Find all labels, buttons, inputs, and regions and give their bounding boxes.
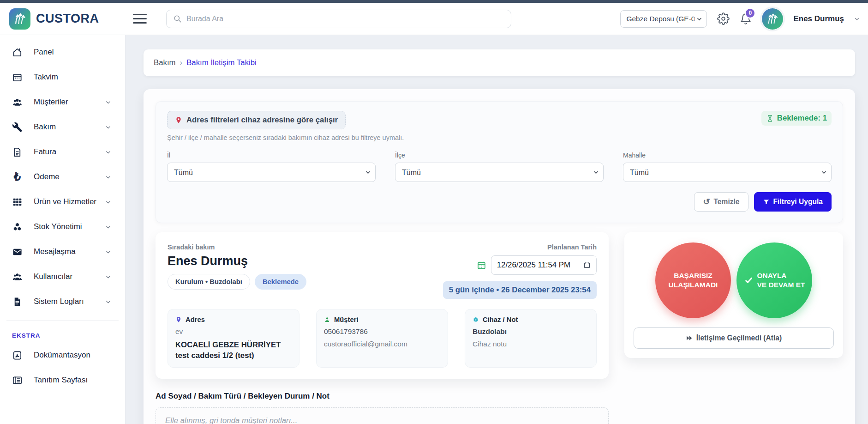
user-menu-chevron-icon[interactable] — [854, 16, 860, 22]
newspaper-icon — [12, 375, 23, 386]
sidebar-item-label: Panel — [34, 48, 54, 57]
chevron-down-icon — [105, 99, 111, 105]
field-label-il: İl — [167, 151, 376, 159]
sidebar-item-stok-yonetimi[interactable]: Stok Yönetimi — [0, 214, 125, 239]
sidebar-item-bakim[interactable]: Bakım — [0, 115, 125, 139]
breadcrumb-current: Bakım İletişim Takibi — [186, 58, 257, 67]
planned-datetime-value: 12/26/2025 11:54 PM — [497, 260, 570, 270]
sidebar-item-odeme[interactable]: ₺ Ödeme — [0, 164, 125, 189]
sidebar-item-label: Kullanıcılar — [34, 272, 72, 281]
wrench-icon — [12, 122, 23, 133]
sidebar-item-fatura[interactable]: Fatura — [0, 139, 125, 164]
chevron-down-icon — [105, 174, 111, 180]
brand-name: CUSTORA — [36, 12, 99, 26]
person-icon — [324, 316, 330, 323]
sidebar-item-takvim[interactable]: Takvim — [0, 65, 125, 90]
sidebar-item-mesajlasma[interactable]: Mesajlaşma — [0, 239, 125, 264]
chevron-down-icon — [105, 274, 111, 280]
search-input[interactable] — [186, 15, 504, 23]
status-badge: Beklemede — [255, 274, 306, 290]
planned-date-label: Planlanan Tarih — [547, 243, 597, 251]
customer-info-box: Müşteri 05061793786 custoraofficial@gmai… — [316, 309, 448, 368]
sidebar-item-sistem-loglari[interactable]: Sistem Logları — [0, 289, 125, 314]
fast-forward-icon — [686, 335, 693, 341]
global-search[interactable] — [166, 10, 511, 28]
brand-logo-icon — [9, 8, 30, 30]
calendar-icon — [12, 72, 23, 83]
notification-count-badge: 0 — [745, 8, 755, 18]
app-header: CUSTORA Gebze Deposu (GE-01) 0 Enes Durm… — [0, 3, 868, 35]
planned-datetime-input[interactable]: 12/26/2025 11:54 PM — [491, 255, 597, 275]
customer-email[interactable]: custoraofficial@gmail.com — [324, 340, 440, 348]
il-select[interactable]: Tümü — [167, 163, 376, 182]
field-label-mahalle: Mahalle — [623, 151, 832, 159]
pdf-doc-icon — [12, 350, 23, 361]
sidebar-item-label: Ödeme — [34, 172, 60, 182]
calendar-green-icon — [477, 260, 486, 270]
user-name[interactable]: Enes Durmuş — [793, 14, 844, 24]
device-note: Cihaz notu — [473, 340, 589, 348]
warehouse-select[interactable]: Gebze Deposu (GE-01) — [620, 10, 707, 28]
settings-gear-icon[interactable] — [717, 12, 730, 25]
filter-field-ilce: İlçe Tümü — [395, 151, 604, 182]
grid-icon — [12, 197, 23, 207]
notes-section: Ad Soyad / Bakım Türü / Bekleyen Durum /… — [156, 392, 609, 424]
sidebar-item-urun-ve-hizmetler[interactable]: Ürün ve Hizmetler — [0, 189, 125, 214]
clear-filters-button[interactable]: ↺ Temizle — [694, 192, 748, 212]
notifications-button[interactable]: 0 — [740, 13, 752, 25]
device-title: Cihaz / Not — [483, 316, 518, 323]
apply-filters-label: Filtreyi Uygula — [773, 198, 823, 206]
chevron-down-icon — [105, 124, 111, 130]
customer-title: Müşteri — [334, 316, 359, 323]
sidebar-item-label: Bakım — [34, 122, 56, 132]
approve-line1: ONAYLA — [757, 272, 787, 279]
sidebar-item-label: Sistem Logları — [34, 297, 84, 306]
fail-unreachable-button[interactable]: BAŞARISIZ ULAŞILAMADI — [655, 242, 731, 318]
breadcrumb-separator: › — [180, 58, 183, 67]
sidebar-item-tanitim-sayfasi[interactable]: Tanıtım Sayfası — [0, 368, 125, 393]
customer-notes-textarea[interactable] — [156, 407, 609, 424]
address-type: ev — [175, 327, 292, 336]
sidebar-item-panel[interactable]: Panel — [0, 40, 125, 65]
invoice-icon — [12, 147, 23, 157]
datepicker-icon[interactable] — [583, 261, 591, 269]
filter-field-mahalle: Mahalle Tümü — [623, 151, 832, 182]
approve-continue-button[interactable]: ONAYLA VE DEVAM ET — [736, 242, 812, 318]
chevron-down-icon — [105, 299, 111, 305]
apply-filters-button[interactable]: Filtreyi Uygula — [754, 192, 832, 212]
skip-contact-label: İletişime Geçilmedi (Atla) — [696, 334, 782, 342]
due-countdown-text: 5 gün içinde • 26 December 2025 23:54 — [443, 281, 597, 299]
pending-count-text: Beklemede: 1 — [777, 114, 827, 123]
sidebar-item-kullanicilar[interactable]: Kullanıcılar — [0, 264, 125, 289]
sidebar-item-dokumantasyon[interactable]: Dokümantasyon — [0, 343, 125, 368]
address-title: Adres — [186, 316, 205, 323]
brand-logo[interactable]: CUSTORA — [0, 8, 126, 30]
address-info-box: Adres ev KOCAELİ GEBZE HÜRRİYET test cad… — [168, 309, 299, 368]
hourglass-icon — [766, 115, 774, 122]
customer-phone[interactable]: 05061793786 — [324, 327, 440, 336]
lira-icon: ₺ — [12, 171, 23, 182]
skip-contact-button[interactable]: İletişime Geçilmedi (Atla) — [634, 327, 834, 349]
approve-line2: VE DEVAM ET — [757, 281, 805, 289]
main-content: Bakım › Bakım İletişim Takibi Adres filt… — [126, 35, 868, 424]
warehouse-select-wrap: Gebze Deposu (GE-01) — [620, 10, 707, 28]
envelope-icon — [12, 247, 23, 257]
pending-count-badge: Beklemede: 1 — [761, 111, 832, 126]
breadcrumb-parent[interactable]: Bakım — [154, 58, 176, 67]
sidebar-item-label: Stok Yönetimi — [34, 222, 82, 231]
mahalle-select[interactable]: Tümü — [623, 163, 832, 182]
chevron-down-icon — [105, 199, 111, 205]
ilce-select[interactable]: Tümü — [395, 163, 604, 182]
sidebar-item-label: Müşteriler — [34, 97, 68, 107]
next-maintenance-eyebrow: Sıradaki bakım — [168, 243, 306, 251]
user-avatar[interactable] — [762, 8, 783, 30]
sidebar-item-label: Tanıtım Sayfası — [34, 376, 88, 385]
sidebar-item-label: Mesajlaşma — [34, 247, 76, 256]
reset-icon: ↺ — [703, 198, 710, 206]
field-label-ilce: İlçe — [395, 151, 604, 159]
page-card: Adres filtreleri cihaz adresine göre çal… — [144, 89, 855, 424]
sidebar-section-ekstra: EKSTRA — [0, 327, 125, 343]
menu-toggle-icon[interactable] — [133, 14, 147, 24]
filter-notice-text: Adres filtreleri cihaz adresine göre çal… — [186, 115, 338, 125]
sidebar-item-musteriler[interactable]: Müşteriler — [0, 90, 125, 115]
